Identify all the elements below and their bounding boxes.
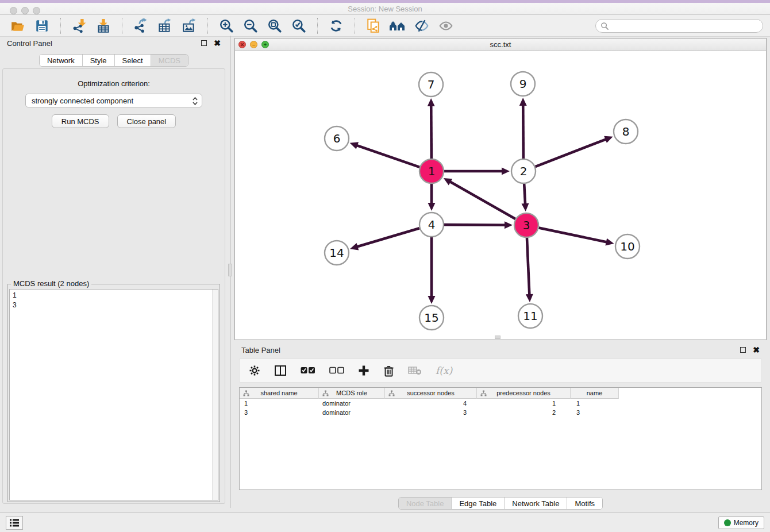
column-layout-icon[interactable] (274, 364, 287, 377)
table-settings-gear-icon[interactable] (249, 365, 260, 376)
add-column-icon[interactable] (358, 365, 369, 376)
vertical-split-handle[interactable] (228, 264, 232, 276)
clone-network-icon[interactable] (365, 17, 382, 34)
column-header-predecessor-nodes[interactable]: predecessor nodes (477, 388, 571, 399)
column-header-MCDS-role[interactable]: MCDS role (319, 388, 385, 399)
float-table-panel-icon[interactable] (740, 347, 746, 353)
horizontal-split-handle[interactable] (495, 336, 500, 339)
network-canvas[interactable]: 1234678910111415 (235, 51, 766, 340)
save-session-icon[interactable] (33, 17, 51, 34)
table-cell[interactable]: dominator (319, 408, 385, 417)
table-cell[interactable]: 1 (240, 399, 319, 408)
close-table-panel-icon[interactable]: ✖ (753, 347, 760, 353)
graph-edge-1-6[interactable] (355, 145, 419, 167)
tab-network-table[interactable]: Network Table (504, 498, 567, 509)
tab-node-table[interactable]: Node Table (399, 498, 452, 509)
close-panel-button[interactable]: Close panel (117, 114, 176, 128)
deselect-all-columns-icon[interactable] (329, 367, 344, 375)
optimization-criterion-select[interactable]: strongly connected component (25, 94, 202, 107)
graph-edge-1-7[interactable] (431, 104, 432, 159)
network-window-titlebar[interactable]: ✕ – + scc.txt (235, 38, 766, 51)
graph-edge-3-1[interactable] (449, 181, 515, 219)
export-image-icon[interactable] (180, 17, 198, 34)
control-panel: Control Panel ✖ NetworkStyleSelectMCDS O… (0, 36, 228, 507)
graph-edge-arrowhead (505, 221, 513, 229)
zoom-in-icon[interactable] (218, 17, 235, 34)
network-graph[interactable]: 1234678910111415 (235, 51, 766, 340)
first-neighbors-icon[interactable] (389, 17, 406, 34)
control-panel-tabs: NetworkStyleSelectMCDS (39, 54, 188, 67)
tab-mcds[interactable]: MCDS (151, 55, 188, 66)
export-network-icon[interactable] (132, 17, 149, 34)
hide-graphics-details-icon[interactable] (413, 17, 430, 34)
export-table-icon[interactable] (156, 17, 174, 34)
table-cell[interactable]: 3 (385, 408, 477, 417)
search-field[interactable] (595, 19, 763, 33)
graph-edge-3-10[interactable] (539, 228, 609, 242)
table-cell[interactable]: 3 (240, 408, 319, 417)
mcds-result-box[interactable]: 1 3 (9, 289, 218, 500)
graph-edge-arrowhead (428, 98, 435, 106)
graph-node-label: 3 (523, 218, 530, 232)
graph-node-label: 7 (428, 78, 435, 91)
mcds-result-scrollbar[interactable] (212, 290, 218, 500)
import-network-icon[interactable] (71, 17, 88, 34)
graph-edge-arrowhead (428, 203, 436, 211)
node-table[interactable]: shared nameMCDS rolesuccessor nodesprede… (239, 387, 762, 490)
column-header-name[interactable]: name (571, 388, 619, 399)
close-panel-icon[interactable]: ✖ (214, 40, 221, 46)
network-minimize-icon[interactable]: – (250, 41, 257, 48)
delete-column-icon[interactable] (383, 365, 394, 377)
table-row[interactable]: 3dominator323 (240, 408, 761, 417)
table-cell[interactable]: 4 (385, 399, 477, 408)
graph-node-label: 8 (622, 125, 630, 138)
graph-edge-4-3[interactable] (444, 225, 507, 225)
tab-select[interactable]: Select (114, 55, 151, 66)
graph-node-label: 9 (519, 77, 527, 91)
zoom-out-icon[interactable] (242, 17, 259, 34)
show-graphics-details-icon[interactable] (437, 17, 455, 34)
zoom-selected-icon[interactable] (290, 17, 307, 34)
table-cell[interactable]: 1 (571, 399, 619, 408)
graph-edge-3-11[interactable] (527, 238, 530, 296)
graph-edge-2-8[interactable] (536, 138, 608, 167)
graph-node-label: 15 (424, 311, 438, 325)
import-table-icon[interactable] (95, 17, 112, 34)
graph-edge-arrowhead (605, 238, 614, 246)
column-header-shared-name[interactable]: shared name (240, 388, 319, 399)
select-all-columns-icon[interactable] (301, 367, 315, 375)
graph-edge-2-3[interactable] (524, 184, 525, 206)
app-titlebar: Session: New Session (0, 0, 770, 15)
search-icon (600, 22, 609, 30)
graph-edge-4-14[interactable] (356, 228, 419, 247)
graph-edge-2-9[interactable] (523, 103, 523, 159)
table-panel: Table Panel ✖ f(x) shared nameMCDS roles… (234, 342, 767, 496)
task-history-button[interactable] (6, 516, 23, 530)
network-close-icon[interactable]: ✕ (238, 41, 246, 48)
graph-node-label: 14 (329, 246, 344, 260)
refresh-icon[interactable] (328, 17, 345, 34)
tab-style[interactable]: Style (82, 55, 114, 66)
table-row[interactable]: 1dominator411 (240, 399, 761, 408)
graph-node-label: 10 (620, 240, 634, 253)
network-maximize-icon[interactable]: + (261, 41, 269, 48)
table-cell[interactable]: dominator (319, 399, 385, 408)
tab-motifs[interactable]: Motifs (567, 498, 602, 509)
memory-button[interactable]: Memory (718, 516, 764, 529)
column-header-successor-nodes[interactable]: successor nodes (385, 388, 477, 399)
app-title: Session: New Session (0, 5, 770, 13)
table-cell[interactable]: 3 (571, 408, 619, 417)
zoom-fit-icon[interactable] (266, 17, 283, 34)
toolbar-separator (60, 18, 61, 34)
tab-edge-table[interactable]: Edge Table (451, 498, 504, 509)
float-panel-icon[interactable] (201, 40, 207, 46)
table-cell[interactable]: 1 (477, 399, 571, 408)
table-cell[interactable]: 2 (477, 408, 571, 417)
run-mcds-button[interactable]: Run MCDS (52, 114, 109, 128)
open-session-icon[interactable] (9, 17, 26, 34)
delete-table-icon (408, 366, 422, 375)
search-input[interactable] (611, 22, 763, 30)
graph-node-label: 4 (428, 218, 436, 232)
toolbar-separator (207, 18, 208, 34)
tab-network[interactable]: Network (40, 55, 82, 66)
